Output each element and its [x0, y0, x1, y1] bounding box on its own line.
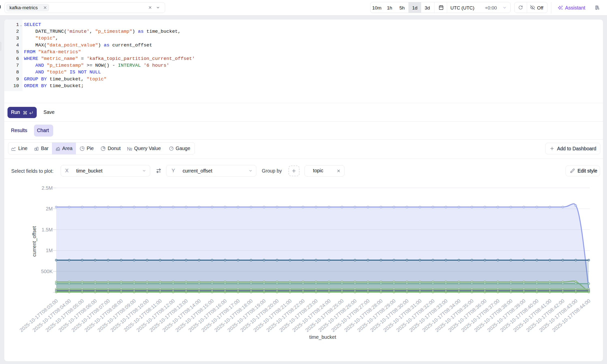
svg-text:500K: 500K	[41, 269, 53, 274]
svg-text:2.5M: 2.5M	[42, 185, 53, 191]
svg-text:current_offset: current_offset	[31, 226, 37, 257]
svg-text:1.5M: 1.5M	[42, 227, 53, 232]
svg-text:time_bucket: time_bucket	[309, 334, 336, 340]
svg-text:2M: 2M	[46, 206, 53, 211]
svg-text:1M: 1M	[46, 248, 53, 253]
